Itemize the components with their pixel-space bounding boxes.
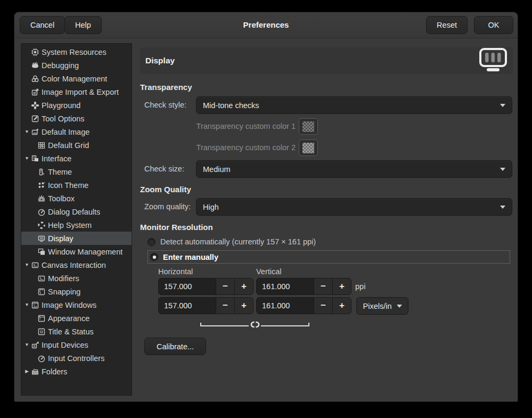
sidebar-item-image-import-export[interactable]: Image Import & Export <box>21 85 132 99</box>
reset-button[interactable]: Reset <box>426 16 468 34</box>
expander-open-icon[interactable]: ▼ <box>23 125 31 138</box>
sidebar-item-interface[interactable]: ▼Interface <box>21 152 132 165</box>
display-icon <box>479 48 508 73</box>
sidebar-item-folders[interactable]: ▶Folders <box>21 365 132 378</box>
sidebar-item-theme[interactable]: Theme <box>21 165 132 178</box>
settings-tree: System ResourcesDebuggingColor Managemen… <box>21 43 132 396</box>
radio-checked-icon[interactable] <box>150 253 158 261</box>
cancel-button[interactable]: Cancel <box>20 16 65 34</box>
sidebar-item-label: Interface <box>42 154 71 163</box>
checkerboard-swatch <box>302 121 314 132</box>
imagenew-icon <box>31 128 40 136</box>
vertical-ppi-input[interactable] <box>256 278 314 295</box>
toolbox-icon <box>37 194 46 203</box>
calibrate-button[interactable]: Calibrate... <box>144 338 206 355</box>
sidebar-item-title-status[interactable]: Title & Status <box>21 325 132 338</box>
grid-icon <box>37 141 46 150</box>
sidebar-item-dialog-defaults[interactable]: Dialog Defaults <box>21 205 132 218</box>
sidebar-item-label: Icon Theme <box>48 181 88 190</box>
sidebar-item-system-resources[interactable]: System Resources <box>21 45 132 59</box>
tool-icon <box>31 114 40 123</box>
sidebar-item-label: Help System <box>48 221 92 230</box>
sidebar-item-canvas-interaction[interactable]: ▼Canvas Interaction <box>21 258 132 272</box>
horizontal-ppi-increment-button[interactable]: + <box>234 278 253 295</box>
sidebar-item-label: Input Controllers <box>48 354 104 363</box>
horizontal-unit-decrement-button[interactable]: − <box>216 297 235 314</box>
vertical-ppi-decrement-button[interactable]: − <box>314 278 333 295</box>
sidebar-item-default-grid[interactable]: Default Grid <box>21 138 132 152</box>
monitor-resolution-heading: Monitor Resolution <box>140 223 213 232</box>
check-style-dropdown[interactable]: Mid-tone checks <box>196 96 512 114</box>
sidebar-item-playground[interactable]: Playground <box>21 99 132 112</box>
check-size-dropdown[interactable]: Medium <box>196 160 512 178</box>
expander-closed-icon[interactable]: ▶ <box>23 365 31 378</box>
sidebar-item-label: Playground <box>42 101 80 110</box>
horizontal-ppi-decrement-button[interactable]: − <box>216 278 235 295</box>
ppi-suffix-label: ppi <box>355 278 365 295</box>
sidebar-item-snapping[interactable]: Snapping <box>21 285 132 298</box>
expander-open-icon[interactable]: ▼ <box>23 338 31 351</box>
detect-automatically-radio-row[interactable]: Detect automatically (currently 157 × 16… <box>148 236 316 248</box>
folders-icon <box>31 367 40 376</box>
check-size-value: Medium <box>203 165 231 174</box>
sidebar-item-label: Theme <box>48 168 72 176</box>
sidebar-item-label: Default Image <box>42 128 89 136</box>
resolution-chain-widget[interactable] <box>200 320 309 328</box>
cpu-icon <box>31 48 40 56</box>
chevron-down-icon <box>500 206 505 209</box>
zoom-quality-dropdown[interactable]: High <box>196 198 512 216</box>
vertical-ppi-increment-button[interactable]: + <box>332 278 351 295</box>
sidebar-item-toolbox[interactable]: Toolbox <box>21 192 132 205</box>
horizontal-unit-increment-button[interactable]: + <box>234 297 253 314</box>
vertical-unit-input[interactable] <box>256 297 314 314</box>
radio-unchecked-icon[interactable] <box>148 238 155 246</box>
sidebar-item-label: Input Devices <box>42 341 88 349</box>
sidebar-item-modifiers[interactable]: Modifiers <box>21 272 132 285</box>
vertical-column-label: Vertical <box>256 267 282 276</box>
sidebar-item-appearance[interactable]: Appearance <box>21 312 132 325</box>
preferences-window: Cancel Help Preferences Reset OK System … <box>14 12 518 402</box>
fan-icon <box>31 101 40 110</box>
sidebar-item-color-management[interactable]: Color Management <box>21 72 132 85</box>
sidebar-item-label: Display <box>48 234 73 243</box>
horizontal-ppi-input[interactable] <box>158 278 216 295</box>
ok-button[interactable]: OK <box>474 16 513 34</box>
sidebar-item-label: Appearance <box>48 314 89 323</box>
canvas-icon <box>31 261 40 269</box>
unit-dropdown[interactable]: Pixels/in <box>356 297 408 315</box>
broken-chain-icon[interactable] <box>250 321 260 330</box>
interface-icon <box>31 154 40 163</box>
sidebar-item-display[interactable]: Display <box>21 232 132 245</box>
help-button[interactable]: Help <box>64 16 102 34</box>
sidebar-item-icon-theme[interactable]: Icon Theme <box>21 178 132 192</box>
sidebar-item-input-devices[interactable]: ▼Input Devices <box>21 338 132 351</box>
sidebar-item-label: Tool Options <box>42 114 85 123</box>
expander-open-icon[interactable]: ▼ <box>23 298 31 312</box>
sidebar-item-help-system[interactable]: Help System <box>21 218 132 232</box>
expander-open-icon[interactable]: ▼ <box>23 152 31 165</box>
sidebar-item-label: Debugging <box>42 61 79 70</box>
horizontal-unit-input[interactable] <box>158 297 216 314</box>
checkerboard-swatch <box>302 143 314 153</box>
vertical-unit-increment-button[interactable]: + <box>332 297 351 314</box>
sidebar-item-label: System Resources <box>42 48 107 56</box>
enter-manually-radio-row[interactable]: Enter manually <box>148 250 510 264</box>
theme-icon <box>37 168 46 176</box>
windows-icon <box>37 248 46 256</box>
check-style-label: Check style: <box>144 96 186 114</box>
sidebar-item-tool-options[interactable]: Tool Options <box>21 112 132 125</box>
sidebar-item-debugging[interactable]: Debugging <box>21 59 132 72</box>
chevron-down-icon <box>500 104 505 107</box>
vertical-unit-decrement-button[interactable]: − <box>314 297 333 314</box>
sidebar-item-image-windows[interactable]: ▼Image Windows <box>21 298 132 312</box>
enter-manually-label: Enter manually <box>163 253 218 261</box>
controller-icon <box>37 354 46 363</box>
custom-color2-swatch-button[interactable] <box>299 140 318 156</box>
expander-open-icon[interactable]: ▼ <box>23 258 31 272</box>
help-icon <box>37 221 46 230</box>
sidebar-item-input-controllers[interactable]: Input Controllers <box>21 351 132 365</box>
sidebar-item-window-management[interactable]: Window Management <box>21 245 132 258</box>
sidebar-item-label: Toolbox <box>48 194 75 203</box>
custom-color1-swatch-button[interactable] <box>299 118 318 135</box>
sidebar-item-default-image[interactable]: ▼Default Image <box>21 125 132 138</box>
